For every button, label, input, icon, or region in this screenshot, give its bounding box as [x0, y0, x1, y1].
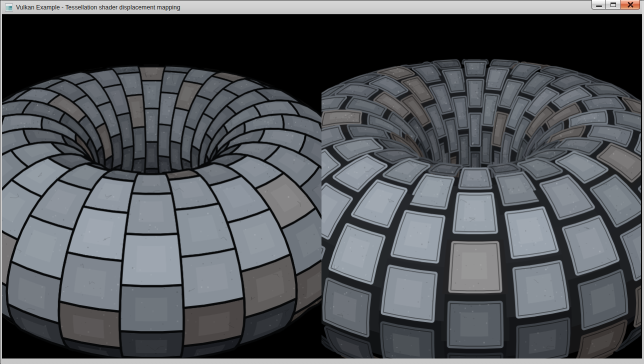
minimize-button[interactable] [592, 0, 606, 10]
window-title: Vulkan Example - Tessellation shader dis… [16, 4, 180, 11]
render-view [2, 14, 642, 358]
minimize-icon [596, 6, 602, 7]
title-bar[interactable]: Vulkan Example - Tessellation shader dis… [2, 0, 642, 14]
viewport-displaced-torus[interactable] [322, 14, 641, 358]
viewport-flat-torus[interactable] [2, 14, 322, 358]
maximize-button[interactable] [606, 0, 620, 10]
application-window: Vulkan Example - Tessellation shader dis… [0, 0, 644, 364]
close-button[interactable] [620, 0, 640, 10]
application-icon[interactable] [5, 4, 13, 12]
maximize-icon [610, 2, 616, 7]
window-controls [592, 0, 640, 10]
close-icon [627, 2, 634, 8]
